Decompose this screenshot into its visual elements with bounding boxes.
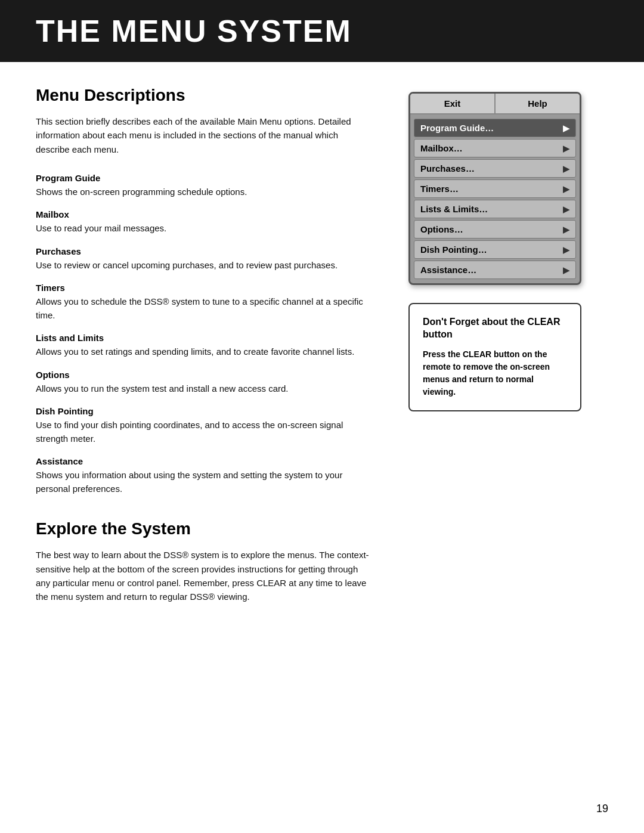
menu-row-arrow-7: ▶ [563, 265, 569, 275]
menu-row-label-6: Dish Pointing… [420, 244, 563, 255]
menu-item-heading-3: Timers [36, 283, 370, 293]
explore-section: Explore the System The best way to learn… [36, 519, 370, 603]
explore-section-title: Explore the System [36, 519, 370, 538]
menu-item-heading-5: Options [36, 370, 370, 380]
menu-row-label-0: Program Guide… [420, 123, 563, 133]
menu-item-mailbox: Mailbox Use to read your mail messages. [36, 209, 370, 236]
menu-item-timers: Timers Allows you to schedule the DSS® s… [36, 283, 370, 322]
page-number: 19 [596, 803, 608, 815]
callout-title: Don't Forget about the CLEAR button [423, 316, 567, 341]
intro-text: This section briefly describes each of t… [36, 114, 370, 156]
menu-ui-top-bar: Exit Help [410, 94, 580, 114]
menu-item-desc-6: Use to find your dish pointing coordinat… [36, 419, 370, 445]
menu-ui-items: Program Guide… ▶ Mailbox… ▶ Purchases… ▶… [410, 114, 580, 283]
menu-row-arrow-0: ▶ [563, 123, 569, 133]
menu-item-assistance: Assistance Shows you information about u… [36, 456, 370, 496]
menu-item-heading-4: Lists and Limits [36, 333, 370, 343]
page-title: THE MENU SYSTEM [36, 13, 608, 49]
menu-row-label-2: Purchases… [420, 163, 563, 174]
menu-item-heading-6: Dish Pointing [36, 406, 370, 416]
menu-row-arrow-6: ▶ [563, 245, 569, 255]
menu-row-label-1: Mailbox… [420, 143, 563, 153]
menu-row-4[interactable]: Lists & Limits… ▶ [414, 200, 576, 218]
menu-row-label-5: Options… [420, 224, 563, 234]
menu-row-5[interactable]: Options… ▶ [414, 220, 576, 239]
explore-section-body: The best way to learn about the DSS® sys… [36, 548, 370, 603]
menu-row-0[interactable]: Program Guide… ▶ [414, 119, 576, 137]
menu-item-desc-3: Allows you to schedule the DSS® system t… [36, 295, 370, 322]
menu-item-options: Options Allows you to run the system tes… [36, 370, 370, 396]
menu-descriptions-title: Menu Descriptions [36, 86, 370, 105]
menu-item-desc-4: Allows you to set ratings and spending l… [36, 345, 370, 359]
menu-row-arrow-4: ▶ [563, 205, 569, 214]
callout-body: Press the CLEAR button on the remote to … [423, 348, 567, 398]
menu-row-label-4: Lists & Limits… [420, 204, 563, 214]
menu-row-3[interactable]: Timers… ▶ [414, 179, 576, 198]
menu-row-arrow-2: ▶ [563, 164, 569, 174]
menu-row-arrow-1: ▶ [563, 144, 569, 153]
menu-row-6[interactable]: Dish Pointing… ▶ [414, 240, 576, 259]
left-column: Menu Descriptions This section briefly d… [36, 86, 370, 620]
menu-row-label-3: Timers… [420, 184, 563, 194]
menu-row-1[interactable]: Mailbox… ▶ [414, 139, 576, 157]
menu-item-desc-7: Shows you information about using the sy… [36, 469, 370, 496]
menu-item-heading-7: Assistance [36, 456, 370, 466]
menu-item-purchases: Purchases Use to review or cancel upcomi… [36, 246, 370, 272]
menu-item-program-guide: Program Guide Shows the on-screen progra… [36, 173, 370, 199]
menu-row-arrow-5: ▶ [563, 225, 569, 234]
menu-item-dish-pointing: Dish Pointing Use to find your dish poin… [36, 406, 370, 445]
menu-help-button[interactable]: Help [496, 94, 580, 113]
menu-item-heading-0: Program Guide [36, 173, 370, 183]
menu-item-desc-0: Shows the on-screen programming schedule… [36, 185, 370, 199]
menu-row-label-7: Assistance… [420, 265, 563, 275]
menu-item-desc-1: Use to read your mail messages. [36, 222, 370, 236]
menu-row-2[interactable]: Purchases… ▶ [414, 159, 576, 178]
right-column: Exit Help Program Guide… ▶ Mailbox… ▶ Pu… [394, 86, 596, 620]
menu-row-7[interactable]: Assistance… ▶ [414, 261, 576, 279]
menu-item-desc-5: Allows you to run the system test and in… [36, 382, 370, 396]
menu-ui-graphic: Exit Help Program Guide… ▶ Mailbox… ▶ Pu… [408, 92, 581, 285]
menu-item-heading-1: Mailbox [36, 209, 370, 219]
menu-exit-button[interactable]: Exit [410, 94, 496, 113]
menu-item-heading-2: Purchases [36, 246, 370, 256]
callout-box: Don't Forget about the CLEAR button Pres… [408, 303, 581, 411]
page-content: Menu Descriptions This section briefly d… [0, 62, 644, 644]
menu-row-arrow-3: ▶ [563, 184, 569, 194]
menu-item-desc-2: Use to review or cancel upcoming purchas… [36, 259, 370, 272]
page-header: THE MENU SYSTEM [0, 0, 644, 62]
menu-item-lists-limits: Lists and Limits Allows you to set ratin… [36, 333, 370, 359]
